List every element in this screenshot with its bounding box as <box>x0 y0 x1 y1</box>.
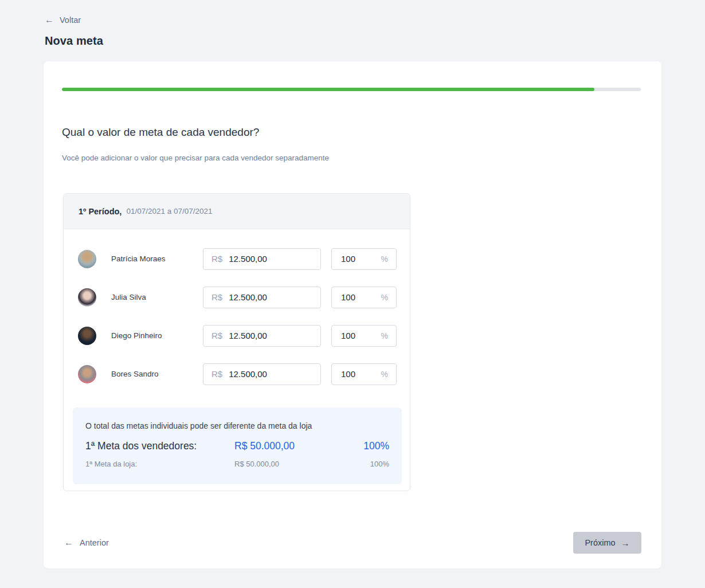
goal-amount-input[interactable] <box>229 254 312 264</box>
summary-sellers-value: R$ 50.000,00 <box>234 440 295 452</box>
wizard-card: Qual o valor de meta de cada vendedor? V… <box>44 61 661 569</box>
summary-box: O total das metas individuais pode ser d… <box>73 407 402 484</box>
goal-amount-input[interactable] <box>229 369 312 379</box>
vendor-rows: Patrícia Moraes R$ % Julia Silva R$ <box>64 229 410 393</box>
currency-prefix: R$ <box>211 292 222 302</box>
currency-prefix: R$ <box>211 369 222 379</box>
goal-percent-field[interactable]: % <box>331 287 397 308</box>
summary-store-value: R$ 50.000,00 <box>234 460 279 468</box>
vendor-name: Julia Silva <box>111 293 203 301</box>
percent-suffix: % <box>381 370 388 379</box>
next-step-label: Próximo <box>585 538 615 547</box>
back-link[interactable]: ← Voltar <box>45 15 81 25</box>
summary-store-row: 1ª Meta da loja: R$ 50.000,00 100% <box>85 460 389 468</box>
goal-amount-input[interactable] <box>229 292 312 302</box>
vendor-avatar <box>78 327 96 345</box>
page-title: Nova meta <box>45 34 103 48</box>
summary-store-label: 1ª Meta da loja: <box>85 460 234 468</box>
summary-sellers-label: 1ª Meta dos vendedores: <box>85 440 234 452</box>
progress-bar <box>62 88 641 91</box>
percent-suffix: % <box>381 254 388 264</box>
vendor-name: Bores Sandro <box>111 370 203 378</box>
period-date-range: 01/07/2021 a 07/07/2021 <box>126 207 212 215</box>
summary-sellers-percent: 100% <box>363 440 389 452</box>
goal-percent-input[interactable] <box>341 254 381 264</box>
goal-percent-field[interactable]: % <box>331 325 397 347</box>
goal-amount-input[interactable] <box>229 331 312 340</box>
vendor-avatar <box>78 288 96 307</box>
goal-percent-input[interactable] <box>341 292 381 302</box>
goal-percent-input[interactable] <box>341 369 381 379</box>
goal-percent-field[interactable]: % <box>331 248 397 270</box>
previous-arrow-icon: ← <box>64 538 73 548</box>
question-title: Qual o valor de meta de cada vendedor? <box>62 126 259 139</box>
vendor-row: Bores Sandro R$ % <box>64 355 410 393</box>
back-arrow-icon: ← <box>45 15 54 25</box>
goal-percent-field[interactable]: % <box>331 363 397 385</box>
goal-amount-field[interactable]: R$ <box>203 287 321 308</box>
goal-percent-input[interactable] <box>341 331 381 340</box>
currency-prefix: R$ <box>211 331 222 340</box>
next-arrow-icon: → <box>621 538 630 548</box>
vendor-avatar <box>78 365 96 383</box>
summary-sellers-row: 1ª Meta dos vendedores: R$ 50.000,00 100… <box>85 440 389 452</box>
previous-step-link[interactable]: ← Anterior <box>64 538 109 548</box>
goal-amount-field[interactable]: R$ <box>203 325 321 347</box>
percent-suffix: % <box>381 331 388 340</box>
summary-note: O total das metas individuais pode ser d… <box>85 421 389 430</box>
back-link-label: Voltar <box>60 15 81 25</box>
period-panel: 1º Período, 01/07/2021 a 07/07/2021 Patr… <box>63 193 410 491</box>
previous-step-label: Anterior <box>80 538 109 547</box>
next-step-button[interactable]: Próximo → <box>573 532 641 554</box>
summary-store-percent: 100% <box>370 460 389 468</box>
vendor-name: Diego Pinheiro <box>111 331 203 340</box>
question-subtitle: Você pode adicionar o valor que precisar… <box>62 154 329 162</box>
period-panel-header: 1º Período, 01/07/2021 a 07/07/2021 <box>64 194 410 229</box>
vendor-row: Julia Silva R$ % <box>64 278 410 316</box>
goal-amount-field[interactable]: R$ <box>203 363 321 385</box>
period-label: 1º Período, <box>79 207 122 216</box>
vendor-avatar <box>78 250 96 268</box>
currency-prefix: R$ <box>211 254 222 264</box>
percent-suffix: % <box>381 293 388 302</box>
vendor-name: Patrícia Moraes <box>111 254 203 263</box>
page-header: ← Voltar Nova meta <box>45 15 103 48</box>
vendor-row: Diego Pinheiro R$ % <box>64 316 410 355</box>
progress-bar-fill <box>62 88 594 91</box>
goal-amount-field[interactable]: R$ <box>203 248 321 270</box>
vendor-row: Patrícia Moraes R$ % <box>64 240 410 278</box>
